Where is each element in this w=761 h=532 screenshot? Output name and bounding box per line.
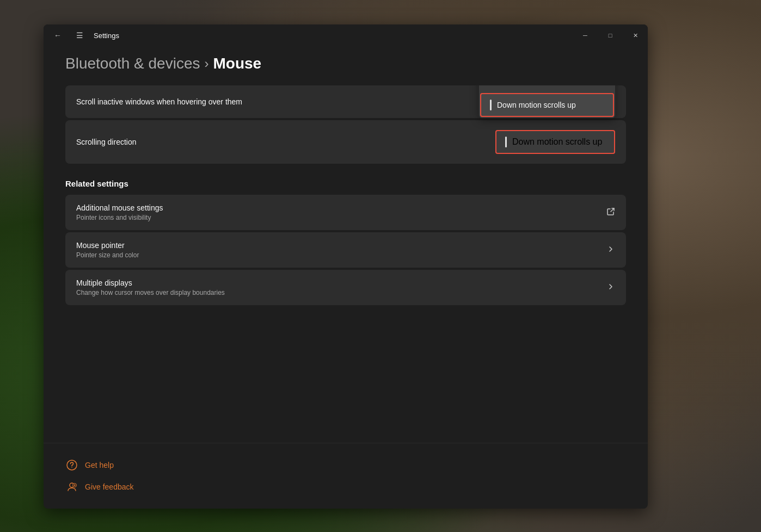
menu-button[interactable]: ☰ xyxy=(72,28,87,43)
minimize-button[interactable]: ─ xyxy=(573,24,598,46)
scroll-inactive-label: Scroll inactive windows when hovering ov… xyxy=(76,97,242,106)
related-item-0-text: Additional mouse settings Pointer icons … xyxy=(76,203,163,221)
dropdown-option-1[interactable]: Down motion scrolls down xyxy=(479,85,615,92)
get-help-link[interactable]: Get help xyxy=(65,454,626,476)
selected-indicator xyxy=(490,100,492,110)
dropdown-option-2-selected[interactable]: Down motion scrolls up xyxy=(480,93,614,117)
chevron-right-icon-1 xyxy=(606,245,615,256)
settings-window: ← ☰ Settings ─ □ ✕ Bluetooth & devices › xyxy=(44,24,648,509)
titlebar: ← ☰ Settings ─ □ ✕ xyxy=(44,24,648,46)
related-item-2-text: Multiple displays Change how cursor move… xyxy=(76,279,225,296)
get-help-label: Get help xyxy=(85,461,114,469)
related-item-0[interactable]: Additional mouse settings Pointer icons … xyxy=(65,195,626,230)
related-item-2-subtitle: Change how cursor moves over display bou… xyxy=(76,289,225,296)
scrolling-direction-value: Down motion scrolls up xyxy=(512,137,602,147)
breadcrumb: Bluetooth & devices › Mouse xyxy=(65,55,626,72)
related-item-2-title: Multiple displays xyxy=(76,279,225,287)
chevron-right-icon-2 xyxy=(606,282,615,293)
related-item-0-subtitle: Pointer icons and visibility xyxy=(76,214,163,221)
related-item-1[interactable]: Mouse pointer Pointer size and color xyxy=(65,232,626,268)
external-link-icon xyxy=(606,207,615,218)
breadcrumb-separator: › xyxy=(205,56,209,71)
get-help-icon xyxy=(65,459,78,472)
related-item-0-title: Additional mouse settings xyxy=(76,203,163,212)
scrolling-direction-row: Down motion scrolls down Down motion scr… xyxy=(65,120,626,164)
bottom-links: Get help Give feedback xyxy=(44,443,648,509)
header: Bluetooth & devices › Mouse xyxy=(44,46,648,85)
scrolling-direction-dropdown: Down motion scrolls down Down motion scr… xyxy=(479,85,615,118)
give-feedback-icon xyxy=(65,480,78,493)
breadcrumb-current: Mouse xyxy=(213,55,262,72)
related-item-1-title: Mouse pointer xyxy=(76,241,139,250)
window-controls: ─ □ ✕ xyxy=(573,24,648,46)
window-title: Settings xyxy=(94,32,119,40)
svg-point-1 xyxy=(71,467,72,468)
give-feedback-link[interactable]: Give feedback xyxy=(65,476,626,498)
back-button[interactable]: ← xyxy=(50,28,65,43)
maximize-button[interactable]: □ xyxy=(598,24,623,46)
dropdown-container: Down motion scrolls down Down motion scr… xyxy=(479,85,615,118)
scrolling-direction-label: Scrolling direction xyxy=(76,138,137,146)
main-scroll-area[interactable]: Scroll inactive windows when hovering ov… xyxy=(44,85,648,443)
titlebar-left: ← ☰ Settings xyxy=(50,28,119,43)
selected-bar-indicator xyxy=(505,137,507,147)
scrolling-direction-select[interactable]: Down motion scrolls up xyxy=(495,130,615,154)
related-item-1-text: Mouse pointer Pointer size and color xyxy=(76,241,139,259)
related-settings-heading: Related settings xyxy=(65,179,626,188)
scrolling-direction-main: Scrolling direction Down motion scrolls … xyxy=(65,120,626,164)
breadcrumb-parent[interactable]: Bluetooth & devices xyxy=(65,55,200,72)
close-button[interactable]: ✕ xyxy=(623,24,648,46)
related-item-2[interactable]: Multiple displays Change how cursor move… xyxy=(65,270,626,305)
content-area: Bluetooth & devices › Mouse Scroll inact… xyxy=(44,46,648,509)
give-feedback-label: Give feedback xyxy=(85,482,134,491)
related-item-1-subtitle: Pointer size and color xyxy=(76,251,139,259)
